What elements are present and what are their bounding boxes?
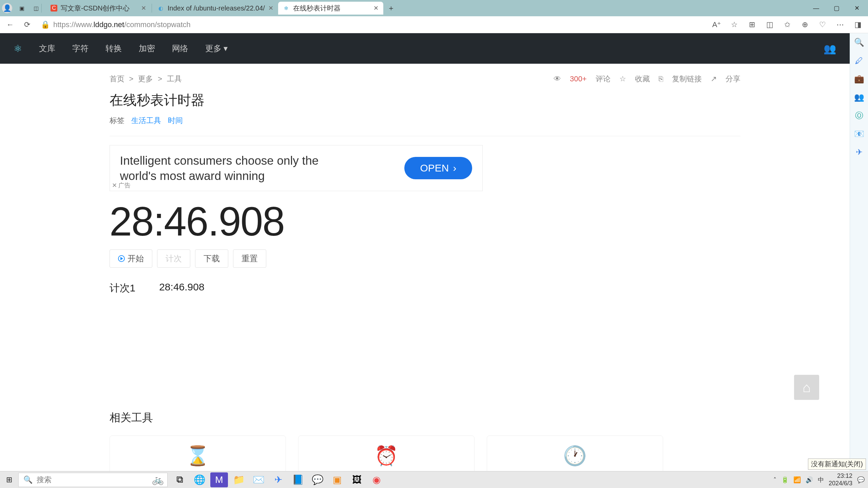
tab-ubuntu[interactable]: ◐ Index of /ubuntu-releases/22.04/ ✕ xyxy=(153,2,278,15)
new-tab-button[interactable]: ＋ xyxy=(385,2,397,14)
send-icon[interactable]: ✈ xyxy=(853,146,865,158)
tab-title: Index of /ubuntu-releases/22.04/ xyxy=(168,4,265,12)
view-count: 300+ xyxy=(570,75,587,83)
start-button[interactable]: 开始 xyxy=(110,249,152,268)
taskbar-search[interactable]: 🔍 搜索 🚲 xyxy=(18,473,168,487)
read-aloud-icon[interactable]: A⁺ xyxy=(710,18,724,32)
share-icon: ↗ xyxy=(711,75,717,83)
tray-clock[interactable]: 23:12 2024/6/3 xyxy=(829,472,852,487)
tab-csdn[interactable]: C 写文章-CSDN创作中心 ✕ xyxy=(46,2,151,15)
lap-row: 计次1 28:46.908 xyxy=(110,281,740,295)
tray-chevron-icon[interactable]: ˄ xyxy=(773,476,776,484)
sidebar-toggle-icon[interactable]: ◨ xyxy=(851,18,865,32)
address-bar: ← ⟳ 🔒 https://www.lddgo.net/common/stopw… xyxy=(0,16,868,33)
close-icon[interactable]: ✕ xyxy=(373,4,379,12)
card-alarm[interactable]: ⏰ xyxy=(298,435,475,471)
favorites-bar-icon[interactable]: ✩ xyxy=(780,18,794,32)
games-icon[interactable]: 👥 xyxy=(853,92,865,103)
tab-stopwatch[interactable]: ❄ 在线秒表计时器 ✕ xyxy=(278,2,383,15)
copy-link[interactable]: 复制链接 xyxy=(672,74,702,84)
reset-button[interactable]: 重置 xyxy=(233,249,266,268)
app-edge[interactable]: 🌐 xyxy=(191,472,208,487)
search-icon[interactable]: 🔍 xyxy=(853,37,865,48)
breadcrumb: 首页 > 更多 > 工具 👁 300+ 评论 ☆ 收藏 ⎘ 复制链接 ↗ 分享 xyxy=(110,74,740,84)
close-icon[interactable]: ✕ xyxy=(268,4,273,12)
app-wechat[interactable]: 💬 xyxy=(309,472,326,487)
tag-time[interactable]: 时间 xyxy=(168,116,183,126)
bc-more[interactable]: 更多 xyxy=(138,74,153,84)
nav-jiami[interactable]: 加密 xyxy=(139,43,155,54)
tag-row: 标签 生活工具 时间 xyxy=(110,116,740,126)
app-mail[interactable]: ✉️ xyxy=(250,472,267,487)
notifications-icon[interactable]: 💬 xyxy=(857,476,865,484)
tabactions-icon[interactable]: ◫ xyxy=(31,3,41,13)
search-highlight-icon: 🚲 xyxy=(152,474,164,485)
share-link[interactable]: 分享 xyxy=(726,74,740,84)
app-feishu[interactable]: ✈ xyxy=(269,472,287,487)
volume-icon[interactable]: 🔊 xyxy=(806,476,813,484)
lap-button[interactable]: 计次 xyxy=(157,249,190,268)
chevron-down-icon: ▾ xyxy=(224,44,228,53)
card-clock[interactable]: 🕐 xyxy=(487,435,663,471)
minimize-button[interactable]: — xyxy=(807,1,825,15)
app-notes[interactable]: 📘 xyxy=(289,472,307,487)
start-button[interactable]: ⊞ xyxy=(0,471,18,488)
close-icon[interactable]: ✕ xyxy=(141,4,146,12)
ad-banner[interactable]: Intelligent consumers choose only thewor… xyxy=(110,145,483,191)
tab-strip: C 写文章-CSDN创作中心 ✕ ◐ Index of /ubuntu-rele… xyxy=(46,0,397,16)
refresh-button[interactable]: ⟳ xyxy=(20,18,34,32)
outlook-icon[interactable]: 📧 xyxy=(853,128,865,140)
download-button[interactable]: 下载 xyxy=(195,249,228,268)
tag-life[interactable]: 生活工具 xyxy=(131,116,161,126)
app-snip[interactable]: 🖼 xyxy=(348,472,366,487)
home-float-button[interactable]: ⌂ xyxy=(794,375,819,400)
office-icon[interactable]: Ⓞ xyxy=(853,110,865,121)
split-icon[interactable]: ◫ xyxy=(763,18,776,32)
user-icon[interactable]: 👥 xyxy=(824,43,836,55)
extensions-icon[interactable]: ⊞ xyxy=(745,18,759,32)
app-purple[interactable]: M xyxy=(210,472,228,487)
collections-icon[interactable]: ⊕ xyxy=(798,18,812,32)
app-explorer[interactable]: 📁 xyxy=(230,472,248,487)
comments-link[interactable]: 评论 xyxy=(596,74,611,84)
close-window-button[interactable]: ✕ xyxy=(848,1,866,15)
nav-zhuanhuan[interactable]: 转换 xyxy=(105,43,122,54)
tag-label: 标签 xyxy=(110,116,124,126)
system-tray: ˄ 🔋 📶 🔊 中 23:12 2024/6/3 💬 xyxy=(773,472,868,487)
ime-indicator[interactable]: 中 xyxy=(818,476,824,484)
favicon-csdn: C xyxy=(51,5,57,12)
browser-titlebar: 👤 ▣ ◫ C 写文章-CSDN创作中心 ✕ ◐ Index of /ubunt… xyxy=(0,0,868,16)
tools-icon[interactable]: 🖊 xyxy=(853,55,865,66)
tab-title: 在线秒表计时器 xyxy=(293,4,341,13)
more-icon[interactable]: ⋯ xyxy=(833,18,847,32)
workspaces-icon[interactable]: ▣ xyxy=(17,3,26,13)
wifi-icon[interactable]: 📶 xyxy=(793,476,801,484)
nav-wenku[interactable]: 文库 xyxy=(39,43,55,54)
battery-icon[interactable]: 🔋 xyxy=(781,476,789,484)
ad-close[interactable]: ✕ 广告 xyxy=(112,181,131,189)
url-field[interactable]: 🔒 https://www.lddgo.net/common/stopwatch xyxy=(37,20,707,29)
clock-icon: 🕐 xyxy=(563,445,587,467)
divider xyxy=(110,136,740,136)
shopping-icon[interactable]: 💼 xyxy=(853,73,865,85)
hourglass-icon: ⌛ xyxy=(186,445,210,467)
ad-open-button[interactable]: OPEN› xyxy=(404,157,472,179)
bc-home[interactable]: 首页 xyxy=(110,74,124,84)
nav-zifu[interactable]: 字符 xyxy=(72,43,89,54)
related-heading: 相关工具 xyxy=(110,410,740,425)
nav-wangluo[interactable]: 网络 xyxy=(172,43,188,54)
performance-icon[interactable]: ♡ xyxy=(816,18,829,32)
favorite-icon[interactable]: ☆ xyxy=(728,18,741,32)
taskview-icon[interactable]: ⧉ xyxy=(171,472,189,487)
site-logo-icon[interactable]: ⚛ xyxy=(14,43,22,54)
bc-tool[interactable]: 工具 xyxy=(167,74,182,84)
app-red[interactable]: ◉ xyxy=(368,472,385,487)
back-button[interactable]: ← xyxy=(3,18,17,32)
card-hourglass[interactable]: ⌛ xyxy=(110,435,286,471)
favorite-link[interactable]: 收藏 xyxy=(635,74,650,84)
taskbar: ⊞ 🔍 搜索 🚲 ⧉ 🌐 M 📁 ✉️ ✈ 📘 💬 ▣ 🖼 ◉ ˄ 🔋 📶 🔊 … xyxy=(0,471,868,488)
maximize-button[interactable]: ▢ xyxy=(827,1,846,15)
app-vmware[interactable]: ▣ xyxy=(328,472,346,487)
profile-avatar[interactable]: 👤 xyxy=(2,3,12,13)
nav-more[interactable]: 更多 ▾ xyxy=(205,43,228,54)
